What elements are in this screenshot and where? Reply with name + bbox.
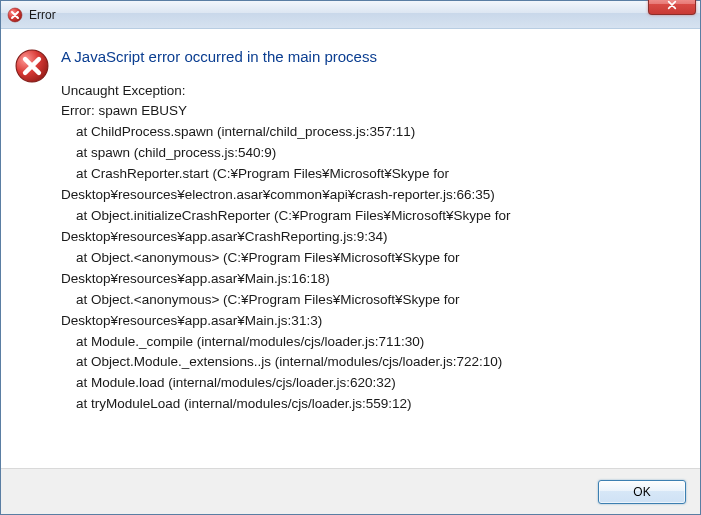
close-button[interactable]	[648, 0, 696, 15]
dialog-heading: A JavaScript error occurred in the main …	[61, 47, 682, 67]
stack-trace: Uncaught Exception: Error: spawn EBUSY a…	[61, 81, 682, 416]
error-icon	[15, 49, 49, 83]
error-dialog-window: Error A JavaScript error occ	[0, 0, 701, 515]
ok-button[interactable]: OK	[598, 480, 686, 504]
close-icon	[666, 0, 678, 10]
titlebar[interactable]: Error	[1, 1, 700, 29]
dialog-footer: OK	[1, 468, 700, 514]
window-title: Error	[29, 8, 648, 22]
error-icon	[7, 7, 23, 23]
dialog-body: A JavaScript error occurred in the main …	[1, 29, 700, 468]
dialog-content: A JavaScript error occurred in the main …	[61, 47, 682, 458]
